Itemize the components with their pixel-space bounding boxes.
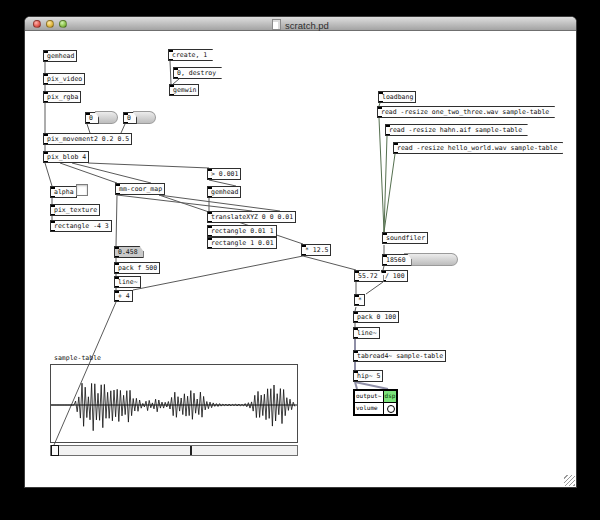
message-destroy[interactable]: 0, destroy xyxy=(173,67,222,79)
object-gemhead-2[interactable]: gemhead xyxy=(207,186,241,198)
object-line-tilde-left[interactable]: line~ xyxy=(114,276,141,288)
message-create[interactable]: create, 1 xyxy=(168,49,213,61)
object-pix-video[interactable]: pix_video xyxy=(43,73,85,85)
object-divide-100[interactable]: / 100 xyxy=(381,270,408,282)
patch-cord xyxy=(379,118,384,232)
screenshot-root: scratch.pd gemheadpix_videopix_rgba00pix… xyxy=(0,0,600,520)
object-loadbang[interactable]: loadbang xyxy=(378,91,416,103)
object-plus-4[interactable]: + 4 xyxy=(114,290,133,302)
patch-cord xyxy=(355,382,357,389)
message-read-hello-world[interactable]: read -resize hello_world.wav sample-tabl… xyxy=(393,142,563,154)
patch-cord xyxy=(379,103,380,106)
object-multiply-12-5[interactable]: * 12.5 xyxy=(301,244,331,256)
dsp-toggle[interactable]: dsp xyxy=(384,391,396,402)
slider-knob[interactable] xyxy=(51,445,59,456)
object-rectangle-main[interactable]: rectangle -4 3 xyxy=(50,220,112,232)
message-read-one-two-three[interactable]: read -resize one_two_three.wav sample-ta… xyxy=(377,106,555,118)
patch-cord xyxy=(170,61,171,84)
array-label: sample-table xyxy=(54,354,101,363)
object-greater-threshold[interactable]: > 0.001 xyxy=(207,168,241,180)
patch-cord xyxy=(366,282,383,294)
object-line-tilde-right[interactable]: line~ xyxy=(353,327,380,339)
message-read-hahn[interactable]: read -resize hahn.aif sample-table xyxy=(385,124,528,136)
bang-icon xyxy=(387,405,395,413)
object-pix-movement2[interactable]: pix_movement2 0.2 0.5 xyxy=(43,133,132,145)
patch-cord xyxy=(121,124,125,133)
object-tabread4[interactable]: tabread4~ sample-table xyxy=(353,350,446,362)
mute-bang[interactable] xyxy=(384,403,396,414)
object-hip-5[interactable]: hip~ 5 xyxy=(353,370,383,382)
toggle-alpha[interactable] xyxy=(76,184,88,196)
array-sample-table[interactable] xyxy=(50,364,298,443)
patch-cord xyxy=(355,382,388,389)
number-box-sample-length-tail xyxy=(404,253,458,266)
scrub-slider[interactable] xyxy=(50,445,298,456)
number-box-position[interactable]: 55.72 xyxy=(354,270,384,282)
patch-cord xyxy=(87,124,90,133)
object-gemhead-1[interactable]: gemhead xyxy=(43,50,77,62)
patch-canvas[interactable]: gemheadpix_videopix_rgba00pix_movement2 … xyxy=(0,0,600,520)
patch-cord xyxy=(60,163,117,183)
object-pack-f-500[interactable]: pack f 500 xyxy=(114,262,160,274)
object-mm-coor-map[interactable]: mm-coor_map xyxy=(115,183,165,195)
object-pix-texture[interactable]: pix_texture xyxy=(50,204,100,216)
output-label: output~ xyxy=(355,391,383,402)
object-translatexyz[interactable]: translateXYZ 0 0 0.01 xyxy=(207,211,296,223)
number-box-coor[interactable]: 0.458 xyxy=(114,246,144,258)
output-gui[interactable]: output~ dsp volume xyxy=(353,389,398,416)
slider-divider xyxy=(190,446,192,455)
patch-cord xyxy=(384,154,395,232)
object-soundfiler[interactable]: soundfiler xyxy=(382,232,428,244)
object-gemwin[interactable]: gemwin xyxy=(169,84,199,96)
object-alpha[interactable]: alpha xyxy=(50,186,77,198)
volume-slider[interactable]: volume xyxy=(355,403,383,414)
number-box-sample-length[interactable]: 18560 xyxy=(382,254,412,266)
object-pack-0-100[interactable]: pack 0 100 xyxy=(353,311,399,323)
patch-cord xyxy=(384,136,387,232)
object-rectangle-crosshair-v[interactable]: rectangle 0.01 1 xyxy=(207,225,277,237)
object-pix-rgba[interactable]: pix_rgba xyxy=(43,91,81,103)
patch-cord xyxy=(45,163,52,186)
object-multiply[interactable]: * xyxy=(354,294,365,306)
object-pix-blob[interactable]: pix_blob 4 xyxy=(43,151,89,163)
patch-cord xyxy=(116,195,117,246)
patch-cord xyxy=(303,256,356,270)
patch-cord xyxy=(72,163,151,183)
patch-cord xyxy=(88,163,209,168)
object-rectangle-crosshair-h[interactable]: rectangle 1 0.01 xyxy=(207,237,277,249)
